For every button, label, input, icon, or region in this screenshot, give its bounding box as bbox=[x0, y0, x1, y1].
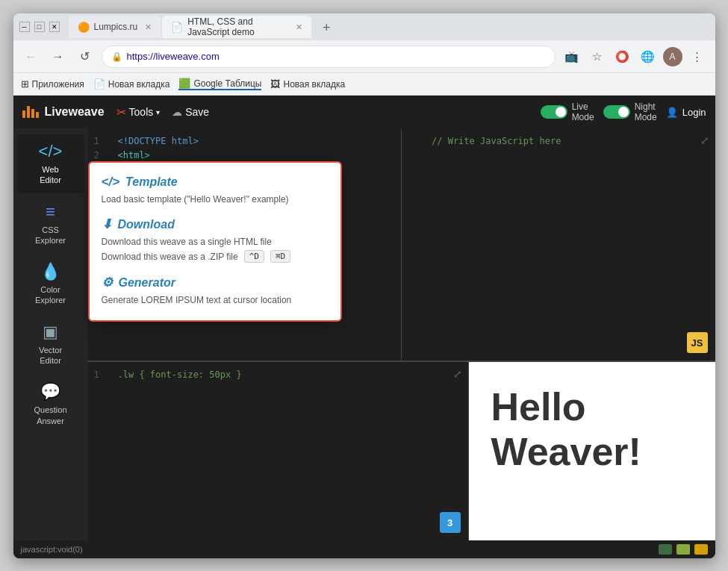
bookmark-apps[interactable]: ⊞ Приложения bbox=[21, 78, 84, 90]
bookmarks-bar: ⊞ Приложения 📄 Новая вкладка 🟩 Google Та… bbox=[13, 73, 715, 96]
css-expand-button[interactable]: ⤢ bbox=[453, 368, 462, 380]
login-label: Login bbox=[682, 107, 706, 118]
color-explorer-icon: 💧 bbox=[40, 262, 60, 281]
live-mode-toggle[interactable]: Live Mode bbox=[541, 102, 594, 123]
bookmark-sheets[interactable]: 🟩 Google Таблицы bbox=[178, 78, 261, 90]
download-zip-row: Download this weave as a .ZIP file ^D ⌘D bbox=[102, 250, 329, 263]
question-answer-icon: 💬 bbox=[40, 382, 60, 402]
browser-window: ─ □ ✕ 🟠 Lumpics.ru ✕ 📄 HTML, CSS and Jav… bbox=[13, 13, 715, 558]
template-label: Template bbox=[125, 175, 178, 189]
save-label: Save bbox=[185, 106, 209, 118]
sidebar-item-css-explorer[interactable]: ≡ CSSExplorer bbox=[17, 195, 84, 254]
css-line: .lw { font-size: 50px } bbox=[118, 369, 242, 380]
status-badge-3 bbox=[694, 544, 708, 555]
sidebar-item-vector-editor[interactable]: ▣ VectorEditor bbox=[17, 315, 84, 374]
js-expand-button[interactable]: ⤢ bbox=[700, 134, 709, 146]
generator-title[interactable]: ⚙ Generator bbox=[102, 275, 329, 290]
new-tab-button[interactable]: + bbox=[316, 17, 337, 38]
css-badge: 3 bbox=[440, 512, 461, 533]
generator-desc: Generate LOREM IPSUM text at cursor loca… bbox=[102, 295, 329, 305]
url-bar[interactable]: 🔒 https://liveweave.com bbox=[102, 46, 556, 68]
title-bar: ─ □ ✕ 🟠 Lumpics.ru ✕ 📄 HTML, CSS and Jav… bbox=[13, 13, 715, 40]
sidebar-item-web-editor[interactable]: </> WebEditor bbox=[17, 134, 84, 193]
url-text: https://liveweave.com bbox=[127, 51, 546, 62]
css-code: .lw { font-size: 50px } bbox=[88, 362, 468, 388]
logo-bars bbox=[22, 106, 39, 118]
generator-label: Generator bbox=[119, 276, 175, 290]
tabs-bar: 🟠 Lumpics.ru ✕ 📄 HTML, CSS and JavaScrip… bbox=[69, 16, 709, 38]
generator-section: ⚙ Generator Generate LOREM IPSUM text at… bbox=[102, 275, 329, 305]
js-panel[interactable]: ⤢ // Write JavaScript here JS bbox=[402, 128, 715, 361]
download-icon: ⬇ bbox=[102, 216, 112, 232]
vector-editor-icon: ▣ bbox=[43, 322, 58, 342]
save-icon: ☁ bbox=[172, 106, 182, 118]
sidebar-item-vector-editor-label: VectorEditor bbox=[39, 345, 62, 366]
sidebar-item-question-answer-label: QuestionAnswer bbox=[34, 405, 66, 426]
kbd-cmd[interactable]: ⌘D bbox=[270, 250, 290, 263]
preview-hello-text: Hello Weaver! bbox=[469, 362, 715, 496]
forward-button[interactable]: → bbox=[48, 46, 69, 67]
download-html-desc: Download this weave as a single HTML fil… bbox=[102, 237, 329, 247]
tools-button[interactable]: ✂ Tools ▾ bbox=[116, 105, 161, 119]
apps-icon: ⊞ bbox=[21, 78, 29, 90]
maximize-button[interactable]: □ bbox=[34, 22, 45, 32]
tab-lumpics[interactable]: 🟠 Lumpics.ru ✕ bbox=[69, 16, 161, 38]
tab-close-lumpics[interactable]: ✕ bbox=[145, 22, 152, 32]
login-button[interactable]: 👤 Login bbox=[666, 107, 706, 118]
download-zip-desc: Download this weave as a .ZIP file bbox=[102, 252, 238, 262]
status-badge-2 bbox=[676, 544, 690, 555]
sidebar: </> WebEditor ≡ CSSExplorer 💧 ColorExplo… bbox=[13, 128, 88, 540]
logo-bar4 bbox=[36, 112, 39, 118]
download-title[interactable]: ⬇ Download bbox=[102, 216, 329, 232]
tools-label: Tools bbox=[129, 106, 154, 118]
menu-button[interactable]: ⋮ bbox=[687, 46, 708, 67]
bookmark-new-tab2[interactable]: 🖼 Новая вкладка bbox=[270, 78, 345, 90]
login-icon: 👤 bbox=[666, 107, 678, 118]
live-mode-label: Live Mode bbox=[572, 102, 594, 123]
kbd-ctrl[interactable]: ^D bbox=[244, 250, 264, 263]
close-button[interactable]: ✕ bbox=[49, 22, 60, 32]
main-content: Liveweave ✂ Tools ▾ ☁ Save Live Mode bbox=[13, 96, 715, 558]
js-comment: // Write JavaScript here bbox=[432, 136, 561, 146]
avatar[interactable]: A bbox=[663, 47, 682, 66]
editor-area: </> WebEditor ≡ CSSExplorer 💧 ColorExplo… bbox=[13, 128, 715, 540]
address-bar: ← → ↺ 🔒 https://liveweave.com 📺 ☆ ⭕ 🌐 A … bbox=[13, 40, 715, 73]
back-button[interactable]: ← bbox=[21, 46, 42, 67]
window-controls: ─ □ ✕ bbox=[19, 22, 60, 32]
template-section: </> Template Load basic template ("Hello… bbox=[102, 175, 329, 205]
refresh-button[interactable]: ↺ bbox=[75, 46, 96, 67]
template-icon: </> bbox=[102, 175, 120, 190]
save-button[interactable]: ☁ Save bbox=[172, 106, 209, 118]
status-badge-1 bbox=[659, 544, 672, 555]
generator-icon: ⚙ bbox=[102, 275, 113, 290]
tab-liveweave[interactable]: 📄 HTML, CSS and JavaScript demo ✕ bbox=[162, 16, 311, 38]
status-bar: javascript:void(0) bbox=[13, 540, 715, 558]
minimize-button[interactable]: ─ bbox=[19, 22, 30, 32]
sidebar-item-question-answer[interactable]: 💬 QuestionAnswer bbox=[17, 375, 84, 434]
css-line-numbers: 1 bbox=[94, 368, 99, 382]
download-label: Download bbox=[118, 218, 175, 231]
lock-icon: 🔒 bbox=[111, 52, 122, 62]
night-mode-toggle[interactable]: Night Mode bbox=[603, 102, 657, 123]
bookmark-new-tab2-label: Новая вкладка bbox=[283, 79, 345, 90]
tools-dropdown: </> Template Load basic template ("Hello… bbox=[88, 161, 342, 322]
globe-icon[interactable]: 🌐 bbox=[638, 46, 659, 67]
sidebar-item-web-editor-label: WebEditor bbox=[40, 164, 61, 186]
opera-icon[interactable]: ⭕ bbox=[612, 46, 633, 67]
css-panel[interactable]: 1 .lw { font-size: 50px } ⤢ 3 bbox=[88, 362, 469, 540]
cast-icon[interactable]: 📺 bbox=[561, 46, 582, 67]
browser-toolbar-icons: 📺 ☆ ⭕ 🌐 A ⋮ bbox=[561, 46, 708, 67]
tools-chevron-icon: ▾ bbox=[156, 108, 160, 116]
bookmark-new-tab1-label: Новая вкладка bbox=[108, 79, 170, 90]
template-desc: Load basic template ("Hello Weaver!" exa… bbox=[102, 194, 329, 205]
night-mode-pill bbox=[603, 105, 630, 119]
sidebar-item-color-explorer[interactable]: 💧 ColorExplorer bbox=[17, 255, 84, 313]
tab-close-liveweave[interactable]: ✕ bbox=[296, 22, 302, 32]
bookmark-new-tab1[interactable]: 📄 Новая вкладка bbox=[93, 78, 170, 90]
logo-bar3 bbox=[31, 109, 34, 118]
star-icon[interactable]: ☆ bbox=[587, 46, 608, 67]
tab-favicon-lumpics: 🟠 bbox=[78, 22, 90, 33]
navbar-right: Live Mode Night Mode 👤 Login bbox=[541, 102, 706, 123]
template-title[interactable]: </> Template bbox=[102, 175, 329, 190]
night-mode-knob bbox=[618, 107, 629, 117]
